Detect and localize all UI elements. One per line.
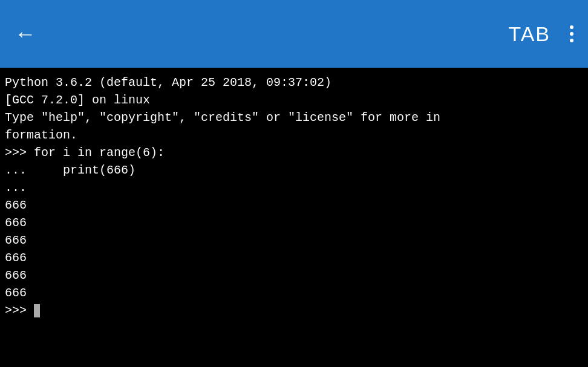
toolbar: ← TAB: [0, 0, 588, 68]
dot-3: [570, 39, 573, 42]
dot-1: [570, 25, 573, 29]
toolbar-right: TAB: [508, 22, 573, 46]
terminal-content: Python 3.6.2 (default, Apr 25 2018, 09:3…: [5, 74, 583, 319]
tab-button[interactable]: TAB: [508, 22, 550, 46]
terminal-cursor: [34, 304, 40, 317]
back-button[interactable]: ←: [15, 23, 36, 45]
terminal-output[interactable]: Python 3.6.2 (default, Apr 25 2018, 09:3…: [0, 68, 588, 367]
toolbar-left: ←: [15, 23, 36, 45]
dot-2: [570, 32, 573, 36]
more-options-button[interactable]: [570, 25, 573, 42]
